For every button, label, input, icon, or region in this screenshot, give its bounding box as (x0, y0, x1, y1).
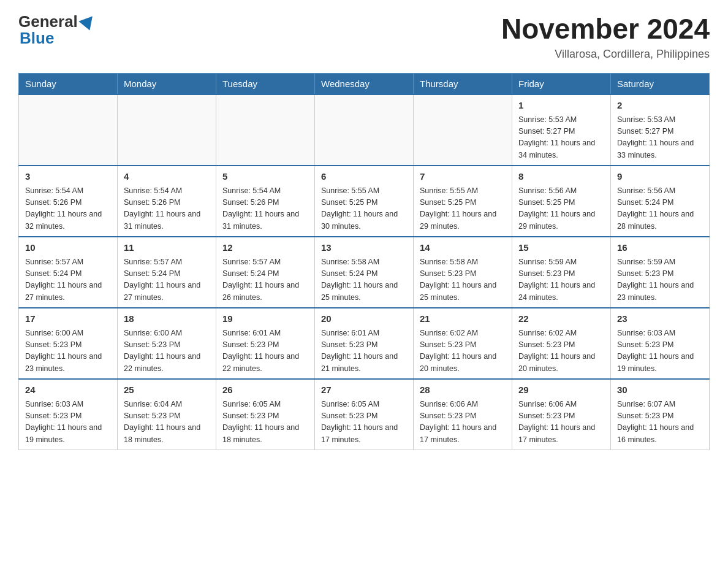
day-number: 30 (617, 383, 703, 397)
calendar-cell: 25Sunrise: 6:04 AMSunset: 5:23 PMDayligh… (118, 379, 216, 450)
week-row-3: 10Sunrise: 5:57 AMSunset: 5:24 PMDayligh… (19, 237, 710, 308)
day-info: Sunrise: 5:59 AMSunset: 5:23 PMDaylight:… (617, 256, 703, 304)
day-number: 23 (617, 312, 703, 326)
calendar-cell: 17Sunrise: 6:00 AMSunset: 5:23 PMDayligh… (19, 308, 118, 379)
calendar-cell: 12Sunrise: 5:57 AMSunset: 5:24 PMDayligh… (216, 237, 315, 308)
day-info: Sunrise: 5:54 AMSunset: 5:26 PMDaylight:… (124, 185, 210, 233)
day-info: Sunrise: 6:03 AMSunset: 5:23 PMDaylight:… (617, 327, 703, 375)
weekday-header-sunday: Sunday (19, 74, 118, 95)
calendar-cell: 26Sunrise: 6:05 AMSunset: 5:23 PMDayligh… (216, 379, 315, 450)
calendar-cell: 6Sunrise: 5:55 AMSunset: 5:25 PMDaylight… (315, 166, 414, 237)
calendar-cell (216, 94, 315, 166)
title-section: November 2024 Villarosa, Cordillera, Phi… (501, 12, 710, 61)
calendar-cell: 22Sunrise: 6:02 AMSunset: 5:23 PMDayligh… (512, 308, 611, 379)
day-info: Sunrise: 5:55 AMSunset: 5:25 PMDaylight:… (420, 185, 506, 233)
day-number: 12 (222, 241, 308, 255)
calendar-cell: 18Sunrise: 6:00 AMSunset: 5:23 PMDayligh… (118, 308, 216, 379)
weekday-header-row: SundayMondayTuesdayWednesdayThursdayFrid… (19, 74, 710, 95)
calendar-cell: 7Sunrise: 5:55 AMSunset: 5:25 PMDaylight… (414, 166, 512, 237)
calendar-cell: 28Sunrise: 6:06 AMSunset: 5:23 PMDayligh… (414, 379, 512, 450)
day-number: 2 (617, 99, 703, 113)
day-number: 19 (222, 312, 308, 326)
weekday-header-friday: Friday (512, 74, 611, 95)
day-number: 1 (518, 99, 604, 113)
day-number: 14 (420, 241, 506, 255)
day-info: Sunrise: 6:04 AMSunset: 5:23 PMDaylight:… (124, 399, 210, 446)
weekday-header-wednesday: Wednesday (315, 74, 414, 95)
calendar-cell: 11Sunrise: 5:57 AMSunset: 5:24 PMDayligh… (118, 237, 216, 308)
calendar-cell: 21Sunrise: 6:02 AMSunset: 5:23 PMDayligh… (414, 308, 512, 379)
calendar-cell (19, 94, 118, 166)
day-info: Sunrise: 5:57 AMSunset: 5:24 PMDaylight:… (222, 256, 308, 304)
calendar-cell: 13Sunrise: 5:58 AMSunset: 5:24 PMDayligh… (315, 237, 414, 308)
calendar-cell (315, 94, 414, 166)
calendar-cell: 2Sunrise: 5:53 AMSunset: 5:27 PMDaylight… (611, 94, 710, 166)
calendar-cell (118, 94, 216, 166)
day-info: Sunrise: 5:59 AMSunset: 5:23 PMDaylight:… (518, 256, 604, 304)
day-number: 21 (420, 312, 506, 326)
day-info: Sunrise: 5:57 AMSunset: 5:24 PMDaylight:… (25, 256, 111, 304)
day-number: 17 (25, 312, 111, 326)
main-title: November 2024 (501, 12, 710, 45)
day-info: Sunrise: 5:57 AMSunset: 5:24 PMDaylight:… (124, 256, 210, 304)
day-info: Sunrise: 5:53 AMSunset: 5:27 PMDaylight:… (617, 114, 703, 162)
day-info: Sunrise: 6:02 AMSunset: 5:23 PMDaylight:… (518, 327, 604, 375)
day-info: Sunrise: 6:02 AMSunset: 5:23 PMDaylight:… (420, 327, 506, 375)
calendar-cell: 8Sunrise: 5:56 AMSunset: 5:25 PMDaylight… (512, 166, 611, 237)
weekday-header-saturday: Saturday (611, 74, 710, 95)
day-info: Sunrise: 6:03 AMSunset: 5:23 PMDaylight:… (25, 399, 111, 446)
week-row-4: 17Sunrise: 6:00 AMSunset: 5:23 PMDayligh… (19, 308, 710, 379)
page-header: General Blue November 2024 Villarosa, Co… (18, 12, 710, 61)
day-info: Sunrise: 6:05 AMSunset: 5:23 PMDaylight:… (222, 399, 308, 446)
weekday-header-monday: Monday (118, 74, 216, 95)
calendar-cell: 27Sunrise: 6:05 AMSunset: 5:23 PMDayligh… (315, 379, 414, 450)
calendar-cell: 14Sunrise: 5:58 AMSunset: 5:23 PMDayligh… (414, 237, 512, 308)
day-info: Sunrise: 5:53 AMSunset: 5:27 PMDaylight:… (518, 114, 604, 162)
day-number: 10 (25, 241, 111, 255)
day-number: 24 (25, 383, 111, 397)
day-number: 27 (321, 383, 407, 397)
day-number: 8 (518, 170, 604, 184)
day-number: 26 (222, 383, 308, 397)
calendar-cell: 23Sunrise: 6:03 AMSunset: 5:23 PMDayligh… (611, 308, 710, 379)
day-number: 16 (617, 241, 703, 255)
day-number: 22 (518, 312, 604, 326)
calendar-cell: 9Sunrise: 5:56 AMSunset: 5:24 PMDaylight… (611, 166, 710, 237)
day-info: Sunrise: 6:05 AMSunset: 5:23 PMDaylight:… (321, 399, 407, 446)
day-info: Sunrise: 6:07 AMSunset: 5:23 PMDaylight:… (617, 399, 703, 446)
calendar-cell: 5Sunrise: 5:54 AMSunset: 5:26 PMDaylight… (216, 166, 315, 237)
calendar-header: SundayMondayTuesdayWednesdayThursdayFrid… (19, 74, 710, 95)
calendar-cell: 20Sunrise: 6:01 AMSunset: 5:23 PMDayligh… (315, 308, 414, 379)
day-number: 7 (420, 170, 506, 184)
day-number: 3 (25, 170, 111, 184)
day-info: Sunrise: 5:58 AMSunset: 5:24 PMDaylight:… (321, 256, 407, 304)
calendar-cell: 3Sunrise: 5:54 AMSunset: 5:26 PMDaylight… (19, 166, 118, 237)
week-row-1: 1Sunrise: 5:53 AMSunset: 5:27 PMDaylight… (19, 94, 710, 166)
subtitle: Villarosa, Cordillera, Philippines (501, 48, 710, 61)
day-number: 13 (321, 241, 407, 255)
calendar-cell: 19Sunrise: 6:01 AMSunset: 5:23 PMDayligh… (216, 308, 315, 379)
day-info: Sunrise: 5:56 AMSunset: 5:24 PMDaylight:… (617, 185, 703, 233)
calendar-table: SundayMondayTuesdayWednesdayThursdayFrid… (18, 73, 710, 450)
calendar-cell: 29Sunrise: 6:06 AMSunset: 5:23 PMDayligh… (512, 379, 611, 450)
day-number: 9 (617, 170, 703, 184)
day-info: Sunrise: 5:56 AMSunset: 5:25 PMDaylight:… (518, 185, 604, 233)
calendar-cell (414, 94, 512, 166)
calendar-cell: 30Sunrise: 6:07 AMSunset: 5:23 PMDayligh… (611, 379, 710, 450)
day-number: 6 (321, 170, 407, 184)
day-number: 28 (420, 383, 506, 397)
calendar-cell: 10Sunrise: 5:57 AMSunset: 5:24 PMDayligh… (19, 237, 118, 308)
calendar-cell: 15Sunrise: 5:59 AMSunset: 5:23 PMDayligh… (512, 237, 611, 308)
logo: General Blue (18, 12, 95, 48)
day-info: Sunrise: 5:58 AMSunset: 5:23 PMDaylight:… (420, 256, 506, 304)
weekday-header-tuesday: Tuesday (216, 74, 315, 95)
calendar-cell: 1Sunrise: 5:53 AMSunset: 5:27 PMDaylight… (512, 94, 611, 166)
day-info: Sunrise: 6:01 AMSunset: 5:23 PMDaylight:… (222, 327, 308, 375)
day-number: 4 (124, 170, 210, 184)
day-number: 29 (518, 383, 604, 397)
day-info: Sunrise: 5:54 AMSunset: 5:26 PMDaylight:… (222, 185, 308, 233)
day-info: Sunrise: 5:55 AMSunset: 5:25 PMDaylight:… (321, 185, 407, 233)
day-info: Sunrise: 6:06 AMSunset: 5:23 PMDaylight:… (518, 399, 604, 446)
calendar-cell: 4Sunrise: 5:54 AMSunset: 5:26 PMDaylight… (118, 166, 216, 237)
day-number: 25 (124, 383, 210, 397)
